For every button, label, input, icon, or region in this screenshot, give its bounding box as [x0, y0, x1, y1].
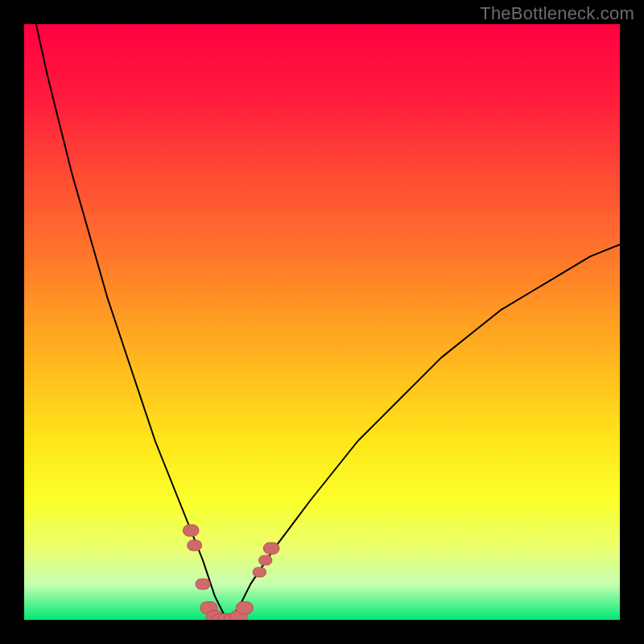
bottleneck-chart [24, 24, 620, 620]
curve-marker [196, 579, 210, 589]
curve-marker [188, 540, 202, 551]
curve-marker [183, 525, 199, 536]
curve-marker [253, 568, 266, 577]
chart-svg [24, 24, 620, 620]
curve-marker [259, 555, 272, 565]
watermark-text: TheBottleneck.com [480, 3, 634, 24]
chart-frame: TheBottleneck.com [0, 0, 644, 644]
curve-marker [236, 602, 253, 614]
gradient-background [24, 24, 620, 620]
curve-marker [263, 543, 279, 554]
